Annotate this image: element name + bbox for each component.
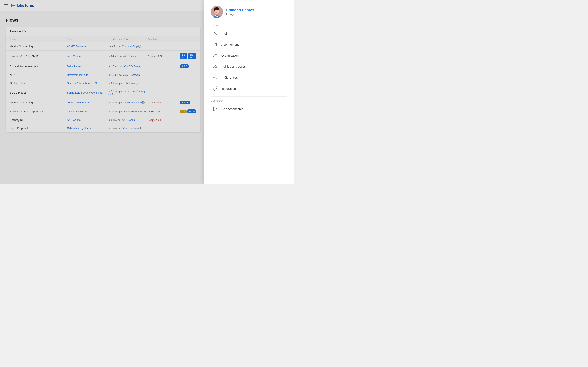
row-with: AXE Capital (67, 55, 108, 58)
col-update: Dernière mise à jour ↓ (108, 38, 147, 41)
row-with: Daystrom Institute (67, 73, 108, 76)
row-date: 23 sept. 2024 (147, 55, 180, 58)
table-row[interactable]: SOC2 Type 2 Selina Kyle Security Consult… (6, 87, 200, 98)
row-name: Project DARTAGNAN RFP (10, 55, 67, 58)
menu-hamburger-icon[interactable] (4, 4, 8, 7)
table-row[interactable]: Go Live Plan Spector & Merchant, LLC Le … (6, 79, 200, 87)
badge-files: ⊞ 1 fi (180, 53, 187, 59)
flows-card: Flows actifs ▾ Nom Avec Dernière mise à … (6, 27, 200, 132)
row-update: Le 16 mai par ACME Software 💬 (108, 101, 147, 104)
svg-point-4 (216, 11, 216, 11)
row-date: 16 sept. 2024 (147, 101, 180, 104)
badge-items: ⊞ 2 dé (188, 53, 196, 59)
flows-header[interactable]: Flows actifs ▾ (6, 27, 200, 36)
svg-point-16 (216, 67, 217, 68)
logout-label: Se déconnecter (221, 107, 243, 111)
row-date: 31 juil. 2024 (147, 110, 180, 113)
badge-items: ⊞ 2 dé (180, 100, 190, 104)
person-icon (212, 31, 218, 36)
row-update: Le 9 mai par AXE Capital (108, 119, 147, 122)
menu-item-integrations[interactable]: Intégrations (211, 83, 287, 94)
row-with: Selina Kyle Security Consulta... (67, 91, 108, 94)
svg-point-13 (216, 54, 217, 55)
language-chevron-icon: ▾ (237, 13, 238, 16)
row-with: Cyberdyne Systems (67, 127, 108, 130)
row-update: Le 16 mai par Selina Kyle Security C... … (108, 90, 147, 95)
organisation-label: Organisation (221, 54, 239, 57)
row-actions: Mis ⊞ 1 fi (180, 109, 196, 113)
table-row[interactable]: Sales Proposal Cyberdyne Systems Le 7 ma… (6, 124, 200, 132)
menu-item-organisation[interactable]: Organisation (211, 50, 287, 61)
table-row[interactable]: Subscription Agreement Daily Planet Le 1… (6, 62, 200, 71)
row-with: Tessier-Ashpool, S.A. (67, 101, 108, 104)
person-lock-icon (212, 64, 218, 69)
row-update: Le 15 juil. par ACME Software (108, 74, 147, 76)
menu-item-politiques[interactable]: Politiques d'accès (211, 61, 287, 72)
integrations-label: Intégrations (221, 87, 237, 90)
row-name: Sales Proposal (10, 127, 67, 130)
user-info: Edmond Dantès Français ▾ (226, 8, 254, 16)
row-update: Il y a 7 h par Oishinbo Corp 💬 (108, 45, 147, 48)
table-row[interactable]: Security RFI AXE Capital Le 9 mai par AX… (6, 116, 200, 124)
logo-text: TakeTurns (16, 3, 34, 8)
page-title: Flows (6, 17, 200, 23)
clipboard-icon (212, 42, 218, 47)
row-with: ACME Software (67, 45, 108, 48)
row-name: Vendor Onboarding (10, 101, 67, 104)
language-label: Français (226, 13, 236, 16)
preferences-label: Préférences (221, 76, 238, 79)
svg-point-6 (214, 8, 219, 10)
table-row[interactable]: Vendor Onboarding ACME Software Il y a 7… (6, 42, 200, 50)
row-update: Le 7 mai par ACME Software 💬 (108, 127, 147, 130)
row-name: Software License Agreement (10, 110, 67, 113)
row-actions: ⊞ 1 fi (180, 64, 196, 68)
app-logo: ⊢ TakeTurns (11, 3, 34, 8)
divider (211, 96, 287, 97)
row-date: 1 sept. 2024 (147, 119, 180, 122)
people-icon (212, 53, 218, 58)
row-name: Go Live Plan (10, 82, 67, 85)
row-update: Le 21 mai par TakeTurns 💬 (108, 82, 147, 85)
menu-item-logout[interactable]: Se déconnecter (211, 103, 287, 114)
row-actions: ⊞ 1 fi ⊞ 2 dé (180, 53, 196, 59)
col-actions (180, 38, 196, 41)
svg-point-12 (214, 54, 215, 55)
table-header: Nom Avec Dernière mise à jour ↓ Date lim… (6, 36, 200, 42)
table-row[interactable]: Vendor Onboarding Tessier-Ashpool, S.A. … (6, 98, 200, 107)
row-update: Le 16 mai par James Howlett & Co (108, 110, 147, 113)
badge-mis: Mis (180, 110, 187, 113)
row-name: Subscription Agreement (10, 65, 67, 68)
row-name: SOC2 Type 2 (10, 91, 67, 94)
col-date: Date limite (147, 38, 180, 41)
col-avec: Avec (67, 38, 108, 41)
section-parametres-label: Paramètres (211, 24, 287, 27)
svg-point-5 (217, 11, 218, 11)
row-name: Security RFI (10, 118, 67, 122)
menu-item-profil[interactable]: Profil (211, 28, 287, 39)
row-update: Le 15 juil. par ACME Software (108, 65, 147, 68)
section-connexion-label: Connexion (211, 99, 287, 102)
gear-icon (212, 75, 218, 80)
language-selector[interactable]: Français ▾ (226, 13, 254, 16)
menu-item-abonnement[interactable]: Abonnement (211, 39, 287, 50)
table-row[interactable]: Project DARTAGNAN RFP AXE Capital Le 24 … (6, 50, 200, 62)
row-name: Vendor Onboarding (10, 45, 67, 48)
row-update: Le 24 juil. par AXE Capital (108, 55, 147, 58)
avatar (211, 6, 223, 18)
profil-label: Profil (221, 32, 228, 35)
svg-point-17 (215, 77, 216, 78)
row-with: AXE Capital (67, 118, 108, 122)
abonnement-label: Abonnement (221, 43, 239, 46)
topbar: ⊢ TakeTurns (0, 0, 206, 11)
user-header: Edmond Dantès Français ▾ (211, 6, 287, 18)
table-row[interactable]: Software License Agreement James Howlett… (6, 107, 200, 116)
logo-icon: ⊢ (11, 3, 15, 8)
user-name: Edmond Dantès (226, 8, 254, 12)
row-with: James Howlett & Co (67, 110, 108, 113)
row-actions: ⊞ 2 dé (180, 100, 196, 104)
menu-item-preferences[interactable]: Préférences (211, 72, 287, 83)
user-panel: Edmond Dantès Français ▾ Paramètres Prof… (204, 0, 294, 184)
flows-header-label: Flows actifs (10, 30, 26, 33)
table-row[interactable]: NDA Daystrom Institute Le 15 juil. par A… (6, 71, 200, 79)
row-with: Spector & Merchant, LLC (67, 82, 108, 85)
